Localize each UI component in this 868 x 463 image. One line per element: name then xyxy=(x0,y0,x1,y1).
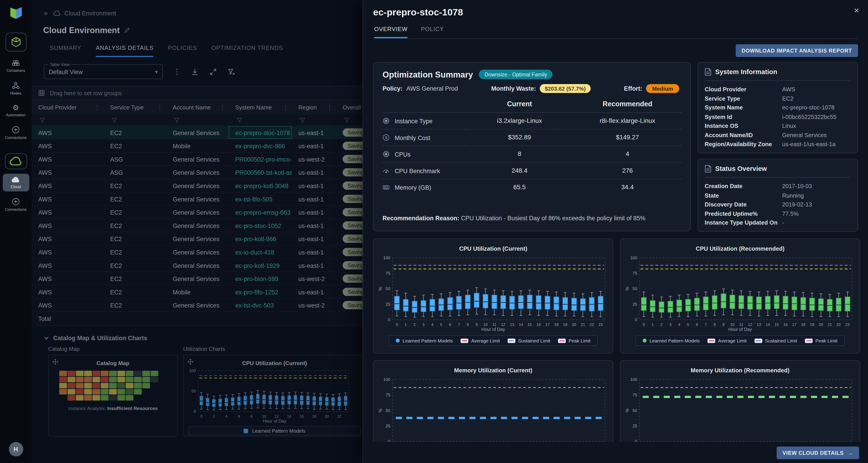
system-name-link[interactable]: ec-pro-kotl-1929 xyxy=(236,262,280,269)
svg-text:100: 100 xyxy=(630,377,637,382)
cloud-product-button[interactable] xyxy=(5,153,27,169)
column-menu-icon[interactable]: ⋮ xyxy=(327,104,333,111)
catalog-section-title: Catalog Map & Utilization Charts xyxy=(53,335,147,341)
cell-service-type: EC2 xyxy=(104,246,166,258)
svg-text:9: 9 xyxy=(722,323,725,327)
sidebar-item-nodes[interactable]: Nodes xyxy=(2,79,29,98)
optimization-meta-row: Policy: AWS General Prod Monthly Waste: … xyxy=(382,84,681,93)
current-value: 65.5 xyxy=(466,179,574,195)
recommended-value: $149.27 xyxy=(574,129,681,145)
cell-region: us-east-1 xyxy=(292,193,336,205)
system-name-link[interactable]: ec-prepro-emsg-663 xyxy=(236,209,290,216)
column-menu-icon[interactable]: ⋮ xyxy=(157,104,163,111)
system-name-link[interactable]: ex-prepro-dvc-866 xyxy=(236,142,285,149)
info-value: General Services xyxy=(782,131,851,138)
filter-icon[interactable] xyxy=(166,114,228,126)
system-name-link[interactable]: ex-io-duct-418 xyxy=(236,249,274,255)
column-header-region[interactable]: Region⋮ xyxy=(292,100,336,114)
legend-item: Sustained Limit xyxy=(754,338,797,343)
app-logo[interactable] xyxy=(7,5,24,22)
cell-account-name: General Services xyxy=(166,259,228,272)
legend-item: Peak Limit xyxy=(805,338,837,343)
svg-text:15: 15 xyxy=(528,323,532,327)
expand-button[interactable] xyxy=(209,68,217,75)
cell-cloud-provider: AWS xyxy=(32,153,103,165)
sidebar-item-containers[interactable]: Containers xyxy=(2,56,29,75)
user-avatar[interactable]: H xyxy=(9,442,23,456)
system-name-link[interactable]: ex-tst-fifo-505 xyxy=(236,196,273,202)
drawer-footer: VIEW CLOUD DETAILS → xyxy=(363,442,868,463)
column-menu-icon[interactable]: ⋮ xyxy=(282,104,288,111)
view-cloud-details-button[interactable]: VIEW CLOUD DETAILS → xyxy=(776,446,859,459)
cell-cloud-provider: AWS xyxy=(32,219,103,232)
filter-icon[interactable] xyxy=(228,114,291,126)
table-menu-button[interactable]: ⋮ xyxy=(173,68,181,76)
treemap-cell xyxy=(109,395,117,400)
expand-sidebar-icon[interactable]: » xyxy=(44,9,48,17)
cell-cloud-provider: AWS xyxy=(32,299,103,311)
legend-dash-marker xyxy=(708,338,715,343)
tab-policy[interactable]: POLICY xyxy=(421,25,444,38)
svg-text:5: 5 xyxy=(440,323,442,327)
system-name-link[interactable]: PR000502-pro-imco-asg xyxy=(236,156,292,162)
clear-filter-button[interactable] xyxy=(227,68,235,75)
legend-label: Average Limit xyxy=(718,338,747,343)
sidebar-item-cloud[interactable]: Cloud xyxy=(2,174,29,192)
breadcrumb-label[interactable]: Cloud Environment xyxy=(64,10,116,16)
column-header-system-name[interactable]: System Name⋮ xyxy=(228,100,291,114)
download-impact-report-button[interactable]: DOWNLOAD IMPACT ANALYSIS REPORT xyxy=(735,44,858,57)
svg-text:19: 19 xyxy=(563,323,567,327)
treemap-cell xyxy=(93,377,100,382)
system-name-link[interactable]: ex-pro-fifo-1252 xyxy=(236,289,278,295)
svg-text:75: 75 xyxy=(386,393,390,397)
move-icon[interactable] xyxy=(52,359,59,365)
edit-icon[interactable] xyxy=(124,27,130,33)
tab-overview[interactable]: OVERVIEW xyxy=(374,25,407,38)
system-name-link[interactable]: ec-pro-stoc-1052 xyxy=(236,222,281,229)
info-label: Account Name/ID xyxy=(705,131,782,138)
sidebar-item-cloud-connections[interactable]: Connections xyxy=(2,195,29,214)
cell-service-type: ASG xyxy=(104,153,166,165)
system-info-rows: Cloud ProviderAWSService TypeEC2System N… xyxy=(705,86,851,147)
tab-policies[interactable]: POLICIES xyxy=(168,44,197,57)
download-button[interactable] xyxy=(191,68,198,75)
column-header-cloud-provider[interactable]: Cloud Provider⋮ xyxy=(32,100,103,114)
move-icon[interactable] xyxy=(187,359,194,365)
metric-label-cell: CPU Benchmark xyxy=(382,162,466,178)
legend-dash-marker xyxy=(754,338,762,343)
tab-summary[interactable]: SUMMARY xyxy=(50,44,82,57)
filter-icon[interactable] xyxy=(104,114,166,126)
close-icon[interactable]: × xyxy=(854,6,859,15)
filter-icon[interactable] xyxy=(292,114,336,126)
cell-service-type: EC2 xyxy=(104,126,166,139)
legend-item: Peak Limit xyxy=(558,338,590,343)
system-name-link[interactable]: ec-prepro-kotl-3048 xyxy=(236,182,288,189)
containers-product-button[interactable] xyxy=(5,33,26,52)
sidebar-item-automation[interactable]: ⚙ Automation xyxy=(2,101,29,120)
memory-recommended-chart-card: Memory Utilization (Recommended) 0255075… xyxy=(620,360,860,442)
system-name-link[interactable]: ex-pro-bion-599 xyxy=(236,275,278,282)
system-name-link[interactable]: ex-tst-dvc-503 xyxy=(236,302,274,308)
column-menu-icon[interactable]: ⋮ xyxy=(94,104,100,111)
system-name-link[interactable]: ex-pro-kotl-966 xyxy=(236,235,276,242)
tab-optimization-trends[interactable]: OPTIMIZATION TRENDS xyxy=(211,44,283,57)
info-label: Creation Date xyxy=(705,183,782,189)
column-header-service-type[interactable]: Service Type⋮ xyxy=(104,100,166,114)
cell-service-type: EC2 xyxy=(104,299,166,311)
svg-text:25: 25 xyxy=(386,424,390,428)
sidebar-item-connections[interactable]: Connections xyxy=(2,123,29,142)
svg-text:25: 25 xyxy=(632,302,637,307)
column-menu-icon[interactable]: ⋮ xyxy=(219,104,225,111)
svg-text:16: 16 xyxy=(536,323,541,327)
treemap-cell xyxy=(126,389,133,394)
svg-text:18: 18 xyxy=(801,323,805,327)
system-name-link[interactable]: PR000560-tst-kotl-asg xyxy=(236,169,292,176)
chart-x-label: Hour of Day xyxy=(625,327,855,332)
filter-icon[interactable] xyxy=(32,114,103,126)
treemap-cell xyxy=(101,383,108,388)
document-icon xyxy=(705,165,711,173)
table-view-select[interactable]: Table View Default View ▾ xyxy=(44,64,163,79)
column-header-account-name[interactable]: Account Name⋮ xyxy=(166,100,228,114)
tab-analysis-details[interactable]: ANALYSIS DETAILS xyxy=(96,44,154,57)
system-name-link[interactable]: ec-prepro-stoc-1078 xyxy=(236,129,290,136)
